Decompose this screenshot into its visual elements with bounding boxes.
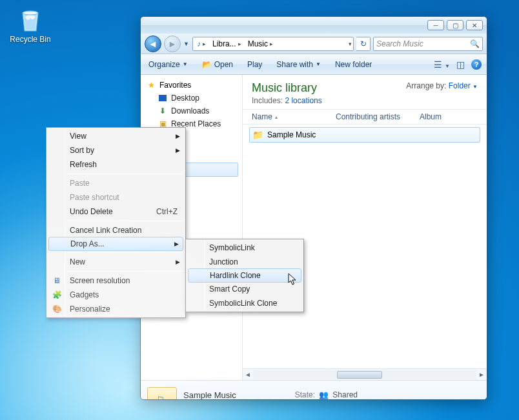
menu-sort-by[interactable]: Sort by▶	[48, 143, 184, 157]
forward-button[interactable]: ►	[164, 35, 181, 52]
downloads-icon: ⬇	[158, 106, 168, 115]
horizontal-scrollbar[interactable]: ◄ ►	[243, 368, 487, 380]
column-headers: Name ▴ Contributing artists Album	[243, 109, 487, 125]
menu-personalize[interactable]: 🎨Personalize	[48, 302, 184, 316]
open-button[interactable]: 📂Open	[199, 59, 236, 70]
menu-gadgets[interactable]: 🧩Gadgets	[48, 288, 184, 302]
newfolder-button[interactable]: New folder	[332, 59, 374, 70]
details-name: Sample Music	[183, 390, 261, 400]
close-button[interactable]: ✕	[466, 20, 483, 30]
desktop-icon	[158, 94, 168, 103]
breadcrumb-music-icon[interactable]: ♪▸	[194, 37, 209, 50]
window-titlebar: ─ ▢ ✕	[141, 17, 487, 34]
refresh-button[interactable]: ↻	[356, 37, 371, 51]
details-folder-icon	[147, 387, 177, 401]
breadcrumb-seg-libraries[interactable]: Libra...▸	[210, 37, 244, 50]
recycle-bin-icon	[16, 5, 45, 34]
menu-screen-resolution[interactable]: 🖥Screen resolution	[48, 274, 184, 288]
view-button[interactable]: ☰ ▼	[434, 59, 450, 70]
shared-icon	[319, 390, 331, 398]
submenu-hardlink-clone[interactable]: Hardlink Clone	[188, 268, 301, 283]
scroll-left-arrow[interactable]: ◄	[243, 371, 253, 378]
help-button[interactable]: ?	[471, 59, 482, 70]
menu-paste: Paste	[48, 176, 184, 190]
library-locations-link[interactable]: 2 locations	[285, 96, 321, 105]
back-button[interactable]: ◄	[145, 35, 161, 52]
details-pane: Sample Music State: Shared File folder D…	[141, 380, 487, 400]
col-album[interactable]: Album	[420, 112, 478, 121]
maximize-button[interactable]: ▢	[447, 20, 463, 30]
search-placeholder: Search Music	[376, 39, 423, 48]
menu-paste-shortcut: Paste shortcut	[48, 190, 184, 205]
svg-point-0	[23, 11, 38, 15]
toolbar: Organize ▼ 📂Open Play Share with ▼ New f…	[141, 54, 487, 75]
nav-favorites[interactable]: ★Favorites	[146, 79, 242, 92]
details-state-value: Shared	[319, 390, 435, 400]
col-contributing-artists[interactable]: Contributing artists	[336, 112, 420, 121]
search-input[interactable]: Search Music 🔍	[373, 37, 483, 51]
col-name[interactable]: Name ▴	[252, 112, 336, 121]
screen-resolution-icon: 🖥	[52, 275, 62, 286]
menu-view[interactable]: View▶	[48, 129, 184, 143]
preview-pane-button[interactable]: ◫	[456, 59, 465, 70]
star-icon: ★	[146, 81, 156, 90]
recycle-bin-label: Recycle Bin	[8, 35, 53, 44]
submenu-symbolic-link[interactable]: SymbolicLink	[187, 241, 302, 255]
minimize-button[interactable]: ─	[427, 20, 444, 30]
desktop-context-menu: View▶ Sort by▶ Refresh Paste Paste short…	[46, 127, 186, 318]
file-row-sample-music[interactable]: 📁 Sample Music	[249, 127, 480, 143]
explorer-window: ─ ▢ ✕ ◄ ► ▼ ♪▸ Libra...▸ Music▸ ▾ ↻ Sear…	[140, 16, 487, 400]
arrange-by: Arrange by: Folder ▼	[406, 81, 478, 90]
scroll-thumb[interactable]	[337, 371, 382, 379]
search-icon: 🔍	[470, 39, 480, 48]
play-button[interactable]: Play	[245, 59, 265, 70]
file-name: Sample Music	[267, 130, 316, 139]
library-title: Music library	[252, 81, 322, 95]
submenu-junction[interactable]: Junction	[187, 255, 302, 269]
details-state-label: State:	[261, 390, 319, 400]
menu-refresh[interactable]: Refresh	[48, 157, 184, 172]
menu-undo-delete[interactable]: Undo DeleteCtrl+Z	[48, 205, 184, 219]
recycle-bin-desktop-icon[interactable]: Recycle Bin	[8, 5, 53, 44]
menu-drop-as[interactable]: Drop As...▶	[48, 237, 183, 251]
arrange-by-dropdown[interactable]: Folder ▼	[449, 81, 478, 90]
library-subtitle: Includes: 2 locations	[252, 96, 322, 105]
content-pane: Music library Includes: 2 locations Arra…	[243, 75, 487, 380]
menu-new[interactable]: New▶	[48, 255, 184, 269]
organize-button[interactable]: Organize ▼	[146, 59, 190, 70]
nav-desktop[interactable]: Desktop	[146, 92, 242, 105]
address-bar: ◄ ► ▼ ♪▸ Libra...▸ Music▸ ▾ ↻ Search Mus…	[141, 34, 487, 54]
breadcrumb-bar[interactable]: ♪▸ Libra...▸ Music▸ ▾	[192, 37, 354, 51]
share-button[interactable]: Share with ▼	[274, 59, 323, 70]
breadcrumb-dropdown[interactable]: ▾	[349, 41, 352, 47]
scroll-track[interactable]	[253, 370, 476, 379]
gadgets-icon: 🧩	[52, 290, 62, 300]
scroll-right-arrow[interactable]: ►	[476, 371, 487, 378]
submenu-symboliclink-clone[interactable]: SymbolicLink Clone	[187, 296, 302, 310]
submenu-smart-copy[interactable]: Smart Copy	[187, 282, 302, 296]
breadcrumb-seg-music[interactable]: Music▸	[245, 37, 276, 50]
nav-history-dropdown[interactable]: ▼	[183, 41, 190, 47]
drop-as-submenu: SymbolicLink Junction Hardlink Clone Sma…	[185, 239, 304, 312]
personalize-icon: 🎨	[52, 304, 62, 314]
nav-downloads[interactable]: ⬇Downloads	[146, 105, 242, 117]
folder-icon: 📁	[252, 130, 263, 140]
menu-cancel-link-creation[interactable]: Cancel Link Creation	[48, 223, 184, 237]
